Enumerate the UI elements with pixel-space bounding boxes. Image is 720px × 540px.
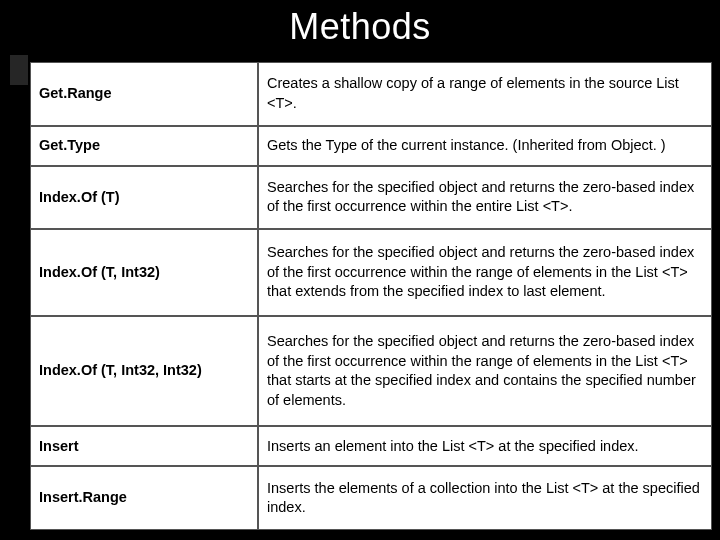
table-row: Get.Range Creates a shallow copy of a ra…: [30, 62, 712, 126]
method-desc: Inserts the elements of a collection int…: [258, 466, 712, 530]
decorative-stripe: [10, 55, 28, 85]
table-container: Get.Range Creates a shallow copy of a ra…: [30, 62, 712, 530]
methods-table: Get.Range Creates a shallow copy of a ra…: [30, 62, 712, 530]
table-row: Get.Type Gets the Type of the current in…: [30, 126, 712, 166]
method-name: Index.Of (T, Int32): [30, 229, 258, 316]
method-name: Insert: [30, 426, 258, 466]
slide: Methods Get.Range Creates a shallow copy…: [0, 0, 720, 540]
method-name: Get.Range: [30, 62, 258, 126]
method-name: Index.Of (T, Int32, Int32): [30, 316, 258, 426]
method-desc: Inserts an element into the List <T> at …: [258, 426, 712, 466]
table-row: Insert.Range Inserts the elements of a c…: [30, 466, 712, 530]
page-title: Methods: [0, 6, 720, 48]
method-desc: Gets the Type of the current instance. (…: [258, 126, 712, 166]
table-row: Index.Of (T, Int32) Searches for the spe…: [30, 229, 712, 316]
method-desc: Creates a shallow copy of a range of ele…: [258, 62, 712, 126]
method-name: Insert.Range: [30, 466, 258, 530]
method-name: Index.Of (T): [30, 166, 258, 230]
table-row: Insert Inserts an element into the List …: [30, 426, 712, 466]
method-desc: Searches for the specified object and re…: [258, 166, 712, 230]
table-row: Index.Of (T) Searches for the specified …: [30, 166, 712, 230]
method-desc: Searches for the specified object and re…: [258, 316, 712, 426]
method-name: Get.Type: [30, 126, 258, 166]
table-row: Index.Of (T, Int32, Int32) Searches for …: [30, 316, 712, 426]
method-desc: Searches for the specified object and re…: [258, 229, 712, 316]
